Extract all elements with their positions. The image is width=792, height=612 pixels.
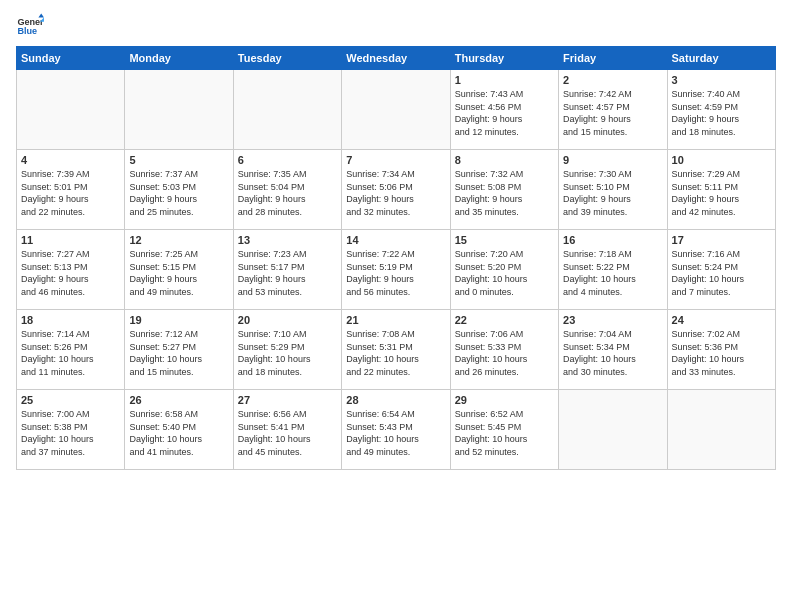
calendar-cell: 11Sunrise: 7:27 AM Sunset: 5:13 PM Dayli…: [17, 230, 125, 310]
header: General Blue: [16, 12, 776, 40]
day-number: 3: [672, 74, 771, 86]
day-detail: Sunrise: 7:39 AM Sunset: 5:01 PM Dayligh…: [21, 168, 120, 218]
day-number: 5: [129, 154, 228, 166]
calendar-table: SundayMondayTuesdayWednesdayThursdayFrid…: [16, 46, 776, 470]
calendar-cell: [667, 390, 775, 470]
calendar-cell: 1Sunrise: 7:43 AM Sunset: 4:56 PM Daylig…: [450, 70, 558, 150]
day-number: 25: [21, 394, 120, 406]
day-number: 10: [672, 154, 771, 166]
logo-icon: General Blue: [16, 12, 44, 40]
day-number: 23: [563, 314, 662, 326]
day-detail: Sunrise: 7:37 AM Sunset: 5:03 PM Dayligh…: [129, 168, 228, 218]
day-detail: Sunrise: 7:02 AM Sunset: 5:36 PM Dayligh…: [672, 328, 771, 378]
day-detail: Sunrise: 6:52 AM Sunset: 5:45 PM Dayligh…: [455, 408, 554, 458]
calendar-header-row: SundayMondayTuesdayWednesdayThursdayFrid…: [17, 47, 776, 70]
day-detail: Sunrise: 7:42 AM Sunset: 4:57 PM Dayligh…: [563, 88, 662, 138]
calendar-cell: 23Sunrise: 7:04 AM Sunset: 5:34 PM Dayli…: [559, 310, 667, 390]
calendar-cell: 26Sunrise: 6:58 AM Sunset: 5:40 PM Dayli…: [125, 390, 233, 470]
weekday-header: Wednesday: [342, 47, 450, 70]
calendar-week-row: 4Sunrise: 7:39 AM Sunset: 5:01 PM Daylig…: [17, 150, 776, 230]
day-number: 15: [455, 234, 554, 246]
day-detail: Sunrise: 7:16 AM Sunset: 5:24 PM Dayligh…: [672, 248, 771, 298]
calendar-cell: 21Sunrise: 7:08 AM Sunset: 5:31 PM Dayli…: [342, 310, 450, 390]
day-number: 9: [563, 154, 662, 166]
weekday-header: Sunday: [17, 47, 125, 70]
day-number: 6: [238, 154, 337, 166]
day-detail: Sunrise: 7:00 AM Sunset: 5:38 PM Dayligh…: [21, 408, 120, 458]
day-number: 12: [129, 234, 228, 246]
weekday-header: Tuesday: [233, 47, 341, 70]
calendar-cell: [17, 70, 125, 150]
day-detail: Sunrise: 7:43 AM Sunset: 4:56 PM Dayligh…: [455, 88, 554, 138]
calendar-cell: [342, 70, 450, 150]
day-number: 18: [21, 314, 120, 326]
calendar-cell: 22Sunrise: 7:06 AM Sunset: 5:33 PM Dayli…: [450, 310, 558, 390]
day-detail: Sunrise: 7:08 AM Sunset: 5:31 PM Dayligh…: [346, 328, 445, 378]
calendar-cell: 27Sunrise: 6:56 AM Sunset: 5:41 PM Dayli…: [233, 390, 341, 470]
day-detail: Sunrise: 7:22 AM Sunset: 5:19 PM Dayligh…: [346, 248, 445, 298]
calendar-week-row: 11Sunrise: 7:27 AM Sunset: 5:13 PM Dayli…: [17, 230, 776, 310]
calendar-week-row: 25Sunrise: 7:00 AM Sunset: 5:38 PM Dayli…: [17, 390, 776, 470]
day-detail: Sunrise: 7:06 AM Sunset: 5:33 PM Dayligh…: [455, 328, 554, 378]
day-number: 17: [672, 234, 771, 246]
day-number: 20: [238, 314, 337, 326]
calendar-cell: 29Sunrise: 6:52 AM Sunset: 5:45 PM Dayli…: [450, 390, 558, 470]
day-detail: Sunrise: 7:35 AM Sunset: 5:04 PM Dayligh…: [238, 168, 337, 218]
calendar-cell: 17Sunrise: 7:16 AM Sunset: 5:24 PM Dayli…: [667, 230, 775, 310]
calendar-cell: 15Sunrise: 7:20 AM Sunset: 5:20 PM Dayli…: [450, 230, 558, 310]
calendar-cell: 8Sunrise: 7:32 AM Sunset: 5:08 PM Daylig…: [450, 150, 558, 230]
day-detail: Sunrise: 6:58 AM Sunset: 5:40 PM Dayligh…: [129, 408, 228, 458]
weekday-header: Monday: [125, 47, 233, 70]
day-detail: Sunrise: 7:34 AM Sunset: 5:06 PM Dayligh…: [346, 168, 445, 218]
day-detail: Sunrise: 7:10 AM Sunset: 5:29 PM Dayligh…: [238, 328, 337, 378]
calendar-cell: 28Sunrise: 6:54 AM Sunset: 5:43 PM Dayli…: [342, 390, 450, 470]
day-detail: Sunrise: 7:29 AM Sunset: 5:11 PM Dayligh…: [672, 168, 771, 218]
calendar-week-row: 1Sunrise: 7:43 AM Sunset: 4:56 PM Daylig…: [17, 70, 776, 150]
day-detail: Sunrise: 7:23 AM Sunset: 5:17 PM Dayligh…: [238, 248, 337, 298]
calendar-cell: 18Sunrise: 7:14 AM Sunset: 5:26 PM Dayli…: [17, 310, 125, 390]
calendar-week-row: 18Sunrise: 7:14 AM Sunset: 5:26 PM Dayli…: [17, 310, 776, 390]
day-detail: Sunrise: 7:20 AM Sunset: 5:20 PM Dayligh…: [455, 248, 554, 298]
day-detail: Sunrise: 7:04 AM Sunset: 5:34 PM Dayligh…: [563, 328, 662, 378]
day-detail: Sunrise: 7:27 AM Sunset: 5:13 PM Dayligh…: [21, 248, 120, 298]
day-detail: Sunrise: 7:14 AM Sunset: 5:26 PM Dayligh…: [21, 328, 120, 378]
day-detail: Sunrise: 7:32 AM Sunset: 5:08 PM Dayligh…: [455, 168, 554, 218]
svg-marker-2: [38, 13, 44, 17]
day-number: 4: [21, 154, 120, 166]
day-detail: Sunrise: 7:40 AM Sunset: 4:59 PM Dayligh…: [672, 88, 771, 138]
day-number: 24: [672, 314, 771, 326]
calendar-cell: [559, 390, 667, 470]
calendar-cell: 2Sunrise: 7:42 AM Sunset: 4:57 PM Daylig…: [559, 70, 667, 150]
day-detail: Sunrise: 7:25 AM Sunset: 5:15 PM Dayligh…: [129, 248, 228, 298]
calendar-cell: 14Sunrise: 7:22 AM Sunset: 5:19 PM Dayli…: [342, 230, 450, 310]
calendar-cell: 24Sunrise: 7:02 AM Sunset: 5:36 PM Dayli…: [667, 310, 775, 390]
calendar-cell: 3Sunrise: 7:40 AM Sunset: 4:59 PM Daylig…: [667, 70, 775, 150]
day-number: 19: [129, 314, 228, 326]
page-container: General Blue SundayMondayTuesdayWednesda…: [0, 0, 792, 478]
logo: General Blue: [16, 12, 44, 40]
day-detail: Sunrise: 7:18 AM Sunset: 5:22 PM Dayligh…: [563, 248, 662, 298]
calendar-cell: 25Sunrise: 7:00 AM Sunset: 5:38 PM Dayli…: [17, 390, 125, 470]
day-number: 13: [238, 234, 337, 246]
calendar-cell: 12Sunrise: 7:25 AM Sunset: 5:15 PM Dayli…: [125, 230, 233, 310]
calendar-cell: 16Sunrise: 7:18 AM Sunset: 5:22 PM Dayli…: [559, 230, 667, 310]
calendar-cell: 7Sunrise: 7:34 AM Sunset: 5:06 PM Daylig…: [342, 150, 450, 230]
day-number: 2: [563, 74, 662, 86]
calendar-cell: 4Sunrise: 7:39 AM Sunset: 5:01 PM Daylig…: [17, 150, 125, 230]
calendar-cell: 13Sunrise: 7:23 AM Sunset: 5:17 PM Dayli…: [233, 230, 341, 310]
day-number: 28: [346, 394, 445, 406]
calendar-cell: 9Sunrise: 7:30 AM Sunset: 5:10 PM Daylig…: [559, 150, 667, 230]
day-number: 27: [238, 394, 337, 406]
day-detail: Sunrise: 6:54 AM Sunset: 5:43 PM Dayligh…: [346, 408, 445, 458]
svg-text:Blue: Blue: [17, 26, 37, 36]
day-number: 1: [455, 74, 554, 86]
calendar-cell: 19Sunrise: 7:12 AM Sunset: 5:27 PM Dayli…: [125, 310, 233, 390]
calendar-cell: 5Sunrise: 7:37 AM Sunset: 5:03 PM Daylig…: [125, 150, 233, 230]
day-number: 14: [346, 234, 445, 246]
calendar-cell: 10Sunrise: 7:29 AM Sunset: 5:11 PM Dayli…: [667, 150, 775, 230]
day-detail: Sunrise: 7:30 AM Sunset: 5:10 PM Dayligh…: [563, 168, 662, 218]
day-detail: Sunrise: 6:56 AM Sunset: 5:41 PM Dayligh…: [238, 408, 337, 458]
day-number: 7: [346, 154, 445, 166]
weekday-header: Friday: [559, 47, 667, 70]
day-number: 8: [455, 154, 554, 166]
